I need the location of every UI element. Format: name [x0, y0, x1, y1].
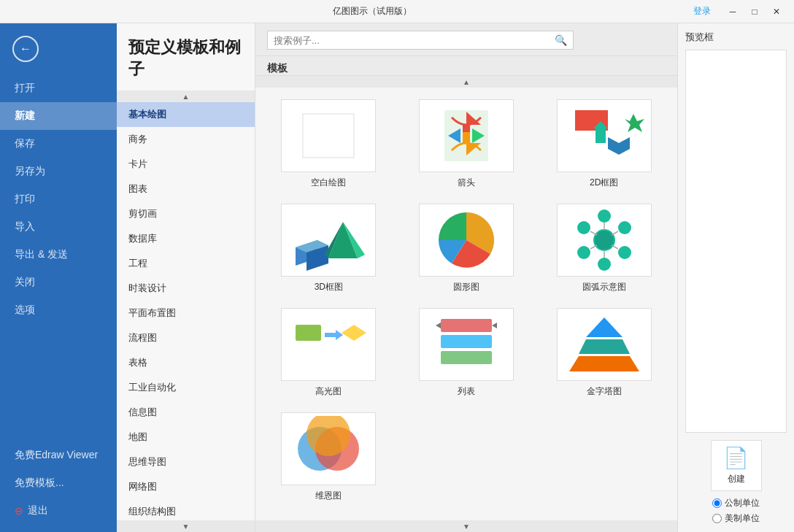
cat-item-flowchart[interactable]: 流程图 — [117, 325, 255, 350]
template-thumb-highlight — [281, 308, 376, 381]
minimize-button[interactable]: ─ — [722, 4, 743, 20]
svg-rect-0 — [303, 114, 354, 158]
cat-item-fashion[interactable]: 时装设计 — [117, 276, 255, 301]
template-2d[interactable]: 2D框图 — [542, 99, 666, 189]
svg-marker-33 — [325, 330, 343, 340]
cat-item-map[interactable]: 地图 — [117, 425, 255, 450]
cat-item-industrial[interactable]: 工业自动化 — [117, 375, 255, 400]
template-blank[interactable]: 空白绘图 — [267, 99, 390, 189]
sidebar-item-saveas[interactable]: 另存为 — [0, 158, 117, 185]
template-pyramid[interactable]: 金字塔图 — [542, 308, 666, 398]
category-scroll-up[interactable]: ▲ — [117, 90, 255, 102]
radio-metric[interactable]: 公制单位 — [712, 497, 760, 509]
maximize-button[interactable]: □ — [744, 4, 765, 20]
svg-marker-41 — [579, 339, 630, 354]
template-label-blank: 空白绘图 — [311, 177, 346, 189]
template-thumb-venn — [281, 412, 376, 485]
sidebar-menu: 打开 新建 保存 另存为 打印 导入 导出 & 发送 关闭 选项 — [0, 74, 117, 324]
sidebar-item-options[interactable]: 选项 — [0, 296, 117, 324]
template-thumb-arrows — [419, 99, 514, 172]
template-thumb-list — [419, 308, 514, 381]
cat-item-card[interactable]: 卡片 — [117, 152, 255, 177]
template-label-arrows: 箭头 — [458, 177, 475, 189]
radio-imperial[interactable]: 美制单位 — [712, 512, 760, 525]
template-thumb-pie — [419, 204, 514, 277]
create-icon: 📄 — [723, 446, 749, 470]
template-label-venn: 维恩图 — [315, 490, 342, 502]
preview-create-area: 📄 创建 公制单位 美制单位 — [685, 440, 787, 525]
cat-item-business[interactable]: 商务 — [117, 127, 255, 152]
cat-item-basic[interactable]: 基本绘图 — [117, 102, 255, 127]
search-box[interactable]: 🔍 — [267, 31, 574, 50]
template-pie[interactable]: 圆形图 — [405, 204, 528, 293]
svg-marker-40 — [586, 317, 623, 337]
template-panel: 🔍 模板 ▲ 空白绘图 — [255, 23, 677, 532]
template-list[interactable]: 列表 — [405, 308, 528, 398]
svg-point-20 — [598, 209, 611, 223]
template-scroll-down[interactable]: ▼ — [255, 520, 677, 532]
back-button[interactable]: ← — [7, 31, 44, 67]
radio-metric-label: 公制单位 — [725, 497, 760, 509]
sidebar-item-print[interactable]: 打印 — [0, 185, 117, 213]
template-label-highlight: 高光图 — [315, 385, 342, 398]
window-controls: ─ □ ✕ — [722, 4, 787, 20]
template-scroll-up[interactable]: ▲ — [255, 76, 677, 88]
cat-item-network[interactable]: 网络图 — [117, 474, 255, 499]
svg-marker-9 — [608, 137, 630, 155]
app-title: 亿图图示（试用版） — [51, 5, 693, 18]
sidebar-item-viewer[interactable]: 免费Edraw Viewer — [0, 442, 117, 469]
svg-rect-36 — [441, 335, 492, 348]
svg-point-24 — [618, 246, 631, 259]
category-panel: 预定义模板和例子 ▲ 基本绘图 商务 卡片 图表 剪切画 数据库 工程 时装设计… — [117, 23, 255, 532]
radio-imperial-input[interactable] — [712, 514, 722, 523]
preview-panel-header: 预览框 — [685, 31, 787, 44]
search-input[interactable] — [274, 35, 555, 46]
sidebar-item-export[interactable]: 导出 & 发送 — [0, 241, 117, 269]
login-button[interactable]: 登录 — [693, 5, 711, 18]
template-label-3d: 3D框图 — [315, 281, 343, 293]
svg-rect-5 — [463, 132, 470, 143]
sidebar-item-close[interactable]: 关闭 — [0, 269, 117, 296]
sidebar-item-import[interactable]: 导入 — [0, 213, 117, 241]
template-network[interactable]: 圆弧示意图 — [542, 204, 666, 293]
create-button[interactable]: 📄 创建 — [711, 440, 762, 491]
category-scroll-down[interactable]: ▼ — [117, 520, 255, 532]
cat-item-floorplan[interactable]: 平面布置图 — [117, 301, 255, 325]
cat-item-table[interactable]: 表格 — [117, 350, 255, 375]
svg-rect-37 — [441, 351, 492, 364]
sidebar-item-open[interactable]: 打开 — [0, 74, 117, 102]
template-scroll-area: ▲ 空白绘图 — [255, 76, 677, 532]
sidebar-item-exit[interactable]: ⊖ 退出 — [0, 497, 117, 525]
template-highlight[interactable]: 高光图 — [267, 308, 390, 398]
exit-label: 退出 — [28, 504, 48, 517]
sidebar-item-templates[interactable]: 免费模板... — [0, 469, 117, 497]
svg-rect-35 — [441, 319, 492, 332]
svg-marker-39 — [492, 323, 497, 328]
radio-metric-input[interactable] — [712, 498, 722, 508]
cat-item-engineering[interactable]: 工程 — [117, 251, 255, 276]
close-button[interactable]: ✕ — [766, 4, 787, 20]
cat-item-clipart[interactable]: 剪切画 — [117, 201, 255, 226]
template-thumb-3d — [281, 204, 376, 277]
template-3d[interactable]: 3D框图 — [267, 204, 390, 293]
svg-point-30 — [577, 221, 590, 234]
svg-rect-32 — [296, 325, 321, 341]
cat-item-infographic[interactable]: 信息图 — [117, 400, 255, 425]
template-label-pyramid: 金字塔图 — [587, 385, 622, 398]
template-panel-header: 🔍 — [255, 23, 677, 56]
cat-item-database[interactable]: 数据库 — [117, 226, 255, 251]
sidebar-item-new[interactable]: 新建 — [0, 102, 117, 130]
template-arrows[interactable]: 箭头 — [405, 99, 528, 189]
template-venn[interactable]: 维恩图 — [267, 412, 390, 502]
svg-point-28 — [577, 246, 590, 259]
radio-group-units: 公制单位 美制单位 — [712, 497, 760, 525]
sidebar-item-save[interactable]: 保存 — [0, 130, 117, 158]
cat-item-mindmap[interactable]: 思维导图 — [117, 450, 255, 474]
svg-point-26 — [598, 258, 611, 271]
search-icon: 🔍 — [555, 34, 567, 46]
template-section-header: 模板 — [255, 56, 677, 76]
template-grid: 空白绘图 — [255, 88, 677, 520]
template-label-2d: 2D框图 — [590, 177, 618, 189]
cat-item-chart[interactable]: 图表 — [117, 177, 255, 201]
cat-item-org[interactable]: 组织结构图 — [117, 499, 255, 520]
